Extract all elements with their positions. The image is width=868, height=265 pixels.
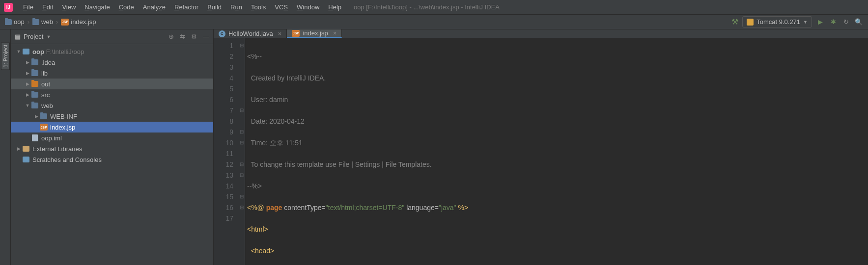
editor-body[interactable]: 1234567891011121314151617 ⊟⊟⊟⊟⊟⊟⊟⊟ <%-- … — [214, 38, 868, 265]
project-panel-header: ▤ Project ▼ ⊕ ⇆ ⚙ — — [11, 29, 213, 44]
app-icon: IJ — [4, 3, 13, 12]
folder-icon — [31, 70, 38, 76]
menu-view[interactable]: View — [57, 3, 80, 11]
fold-start-icon[interactable]: ⊟ — [238, 137, 245, 148]
menu-file[interactable]: File — [19, 3, 38, 11]
arrow-right-icon[interactable]: ▶ — [25, 60, 30, 65]
menu-tools[interactable]: Tools — [247, 3, 270, 11]
tool-window-left-bar: 1: Project — [0, 29, 11, 265]
tab-helloworld[interactable]: C HelloWorld.java × — [214, 29, 287, 38]
tree-web[interactable]: ▼web — [11, 100, 213, 111]
module-icon — [23, 49, 29, 54]
folder-icon — [31, 103, 38, 108]
tree-idea[interactable]: ▶.idea — [11, 57, 213, 68]
folder-icon — [31, 92, 38, 98]
file-icon — [32, 134, 38, 141]
crumb-oop[interactable]: oop — [5, 18, 25, 26]
tree-oopiml[interactable]: oop.iml — [11, 132, 213, 143]
jsp-icon: JSP — [292, 30, 300, 37]
menu-analyze[interactable]: Analyze — [139, 3, 170, 11]
project-view-icon: ▤ — [15, 33, 21, 40]
menu-navigate[interactable]: Navigate — [80, 3, 114, 11]
crumb-web[interactable]: web — [32, 18, 53, 26]
fold-start-icon[interactable]: ⊟ — [238, 40, 245, 51]
settings-icon[interactable]: ⚙ — [191, 33, 197, 40]
jsp-icon: JSP — [40, 124, 48, 131]
menu-bar: IJ File Edit View Navigate Code Analyze … — [0, 0, 868, 15]
chevron-down-icon: ▼ — [803, 20, 808, 25]
fold-end-icon[interactable]: ⊟ — [238, 191, 245, 202]
tree-indexjsp[interactable]: JSPindex.jsp — [11, 122, 213, 132]
toolbar-right: ⚒ Tomcat 9.0.271 ▼ ▶ ✱ ↻ 🔍 — [731, 16, 863, 27]
tree-src[interactable]: ▶src — [11, 89, 213, 100]
tree-scratch[interactable]: Scratches and Consoles — [11, 154, 213, 165]
code-area[interactable]: <%-- Created by IntelliJ IDEA. User: dam… — [245, 38, 868, 265]
line-number-gutter[interactable]: 1234567891011121314151617 — [214, 38, 238, 265]
locate-icon[interactable]: ⊕ — [168, 33, 174, 40]
close-tab-icon[interactable]: × — [333, 29, 337, 37]
arrow-right-icon[interactable]: ▶ — [16, 146, 22, 151]
expand-icon[interactable]: ⇆ — [180, 33, 185, 40]
project-view-select[interactable]: ▤ Project ▼ — [15, 33, 51, 40]
java-class-icon: C — [219, 30, 225, 37]
fold-end-icon[interactable]: ⊟ — [238, 105, 245, 116]
nav-bar: oop › web › JSPindex.jsp ⚒ Tomcat 9.0.27… — [0, 15, 868, 29]
folder-icon — [32, 19, 39, 25]
project-tree[interactable]: ▼oopF:\IntelliJ\oop ▶.idea ▶lib ▶out ▶sr… — [11, 44, 213, 167]
window-title: oop [F:\IntelliJ\oop] - ...\web\index.js… — [354, 3, 500, 11]
folder-icon — [31, 59, 38, 65]
project-panel: ▤ Project ▼ ⊕ ⇆ ⚙ — ▼oopF:\IntelliJ\oop … — [11, 29, 214, 265]
run-config-select[interactable]: Tomcat 9.0.271 ▼ — [742, 16, 812, 27]
run-button[interactable]: ▶ — [816, 18, 825, 26]
tomcat-icon — [747, 19, 754, 26]
arrow-right-icon[interactable]: ▶ — [25, 92, 30, 97]
fold-start-icon[interactable]: ⊟ — [238, 170, 245, 181]
breadcrumb: oop › web › JSPindex.jsp — [5, 18, 96, 26]
menu-run[interactable]: Run — [226, 3, 247, 11]
fold-end-icon[interactable]: ⊟ — [238, 202, 245, 213]
debug-button[interactable]: ✱ — [829, 18, 838, 26]
jsp-icon: JSP — [61, 19, 69, 26]
scratch-icon — [23, 157, 29, 162]
search-everywhere-button[interactable]: 🔍 — [854, 18, 863, 26]
tab-indexjsp[interactable]: JSP index.jsp × — [287, 29, 342, 38]
folder-icon — [31, 81, 38, 87]
menu-refactor[interactable]: Refactor — [170, 3, 203, 11]
close-tab-icon[interactable]: × — [278, 30, 282, 37]
editor-tabs: C HelloWorld.java × JSP index.jsp × — [214, 29, 868, 38]
fold-end-icon[interactable]: ⊟ — [238, 159, 245, 170]
chevron-right-icon: › — [28, 18, 29, 26]
chevron-down-icon: ▼ — [46, 34, 51, 39]
arrow-down-icon[interactable]: ▼ — [25, 103, 30, 108]
folder-icon — [5, 19, 12, 25]
build-icon[interactable]: ⚒ — [731, 17, 738, 26]
menu-edit[interactable]: Edit — [38, 3, 57, 11]
run-with-coverage-button[interactable]: ↻ — [841, 18, 850, 26]
menu-build[interactable]: Build — [203, 3, 226, 11]
arrow-right-icon[interactable]: ▶ — [25, 71, 30, 76]
arrow-right-icon[interactable]: ▶ — [33, 114, 39, 119]
tree-lib[interactable]: ▶lib — [11, 68, 213, 79]
fold-start-icon[interactable]: ⊟ — [238, 127, 245, 137]
menu-code[interactable]: Code — [114, 3, 139, 11]
arrow-down-icon[interactable]: ▼ — [16, 49, 22, 54]
folder-icon — [40, 113, 47, 119]
tree-extlib[interactable]: ▶External Libraries — [11, 143, 213, 154]
menu-window[interactable]: Window — [292, 3, 324, 11]
menu-vcs[interactable]: VCS — [270, 3, 292, 11]
tree-webinf[interactable]: ▶WEB-INF — [11, 111, 213, 122]
library-icon — [23, 146, 29, 152]
hide-panel-icon[interactable]: — — [203, 33, 209, 40]
arrow-right-icon[interactable]: ▶ — [25, 81, 30, 86]
crumb-indexjsp[interactable]: JSPindex.jsp — [61, 18, 96, 26]
chevron-right-icon: › — [56, 18, 58, 26]
tree-root[interactable]: ▼oopF:\IntelliJ\oop — [11, 46, 213, 57]
run-config-label: Tomcat 9.0.271 — [756, 18, 800, 26]
project-tool-tab[interactable]: 1: Project — [1, 42, 10, 70]
menu-help[interactable]: Help — [324, 3, 346, 11]
editor-area: C HelloWorld.java × JSP index.jsp × 1234… — [214, 29, 868, 265]
tree-out[interactable]: ▶out — [11, 79, 213, 89]
fold-gutter[interactable]: ⊟⊟⊟⊟⊟⊟⊟⊟ — [238, 38, 245, 265]
